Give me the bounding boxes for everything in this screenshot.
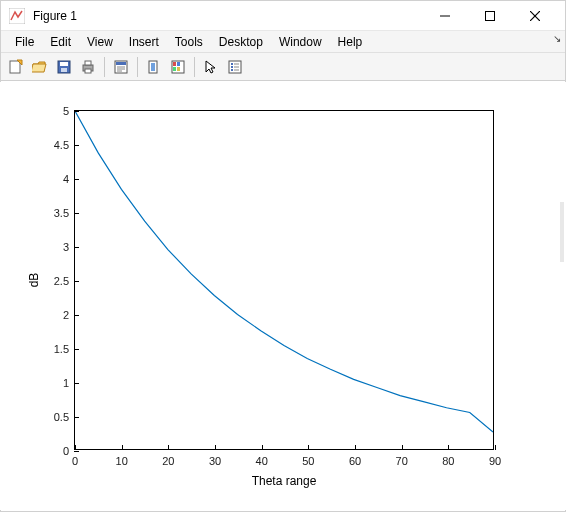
maximize-button[interactable]	[467, 1, 512, 31]
y-tick-label: 1.5	[54, 343, 69, 355]
menu-desktop[interactable]: Desktop	[211, 33, 271, 51]
svg-rect-5	[10, 61, 20, 73]
y-tick-label: 4	[63, 173, 69, 185]
x-tick-label: 80	[442, 455, 454, 467]
svg-rect-9	[61, 68, 67, 72]
svg-rect-14	[116, 62, 126, 65]
y-tick-label: 5	[63, 105, 69, 117]
y-tick-label: 3	[63, 241, 69, 253]
y-tick-label: 3.5	[54, 207, 69, 219]
plot-area: dB Theta range 00.511.522.533.544.550102…	[0, 82, 566, 510]
y-tick-label: 4.5	[54, 139, 69, 151]
svg-rect-22	[177, 62, 180, 66]
svg-rect-24	[177, 67, 180, 71]
y-tick-label: 0.5	[54, 411, 69, 423]
svg-rect-23	[173, 67, 176, 71]
edit-plot-button[interactable]	[200, 56, 222, 78]
svg-rect-19	[151, 63, 155, 71]
legend-button[interactable]	[224, 56, 246, 78]
menubar: File Edit View Insert Tools Desktop Wind…	[1, 31, 565, 53]
colorbar-button[interactable]	[167, 56, 189, 78]
svg-rect-2	[485, 11, 494, 20]
y-tick-label: 1	[63, 377, 69, 389]
y-axis-label: dB	[27, 273, 41, 288]
toolbar	[1, 53, 565, 81]
toolbar-separator	[194, 57, 195, 77]
x-tick-label: 40	[256, 455, 268, 467]
x-tick-label: 90	[489, 455, 501, 467]
x-tick-label: 0	[72, 455, 78, 467]
menu-view[interactable]: View	[79, 33, 121, 51]
print-button[interactable]	[77, 56, 99, 78]
x-tick-label: 20	[162, 455, 174, 467]
close-button[interactable]	[512, 1, 557, 31]
menu-insert[interactable]: Insert	[121, 33, 167, 51]
svg-rect-21	[173, 62, 176, 66]
link-button[interactable]	[143, 56, 165, 78]
y-tick-label: 2.5	[54, 275, 69, 287]
save-button[interactable]	[53, 56, 75, 78]
x-tick-label: 10	[116, 455, 128, 467]
matlab-figure-icon	[9, 8, 25, 24]
chart-line	[75, 111, 493, 449]
svg-rect-11	[85, 61, 91, 65]
menu-tools[interactable]: Tools	[167, 33, 211, 51]
toolbar-separator	[137, 57, 138, 77]
menu-window[interactable]: Window	[271, 33, 330, 51]
x-axis-label: Theta range	[252, 474, 317, 488]
scrollbar-hint	[560, 202, 564, 262]
titlebar: Figure 1	[1, 1, 565, 31]
y-tick-label: 2	[63, 309, 69, 321]
print-preview-button[interactable]	[110, 56, 132, 78]
x-tick-label: 70	[396, 455, 408, 467]
axes[interactable]: 00.511.522.533.544.550102030405060708090	[74, 110, 494, 450]
x-tick-label: 50	[302, 455, 314, 467]
svg-rect-8	[60, 62, 68, 66]
open-button[interactable]	[29, 56, 51, 78]
svg-rect-12	[85, 69, 91, 73]
minimize-button[interactable]	[422, 1, 467, 31]
menu-help[interactable]: Help	[330, 33, 371, 51]
window-title: Figure 1	[33, 9, 77, 23]
toolbar-separator	[104, 57, 105, 77]
x-tick-label: 60	[349, 455, 361, 467]
menu-file[interactable]: File	[7, 33, 42, 51]
new-figure-button[interactable]	[5, 56, 27, 78]
dock-arrow-icon[interactable]: ↘	[553, 33, 561, 44]
menu-edit[interactable]: Edit	[42, 33, 79, 51]
y-tick-label: 0	[63, 445, 69, 457]
x-tick-label: 30	[209, 455, 221, 467]
